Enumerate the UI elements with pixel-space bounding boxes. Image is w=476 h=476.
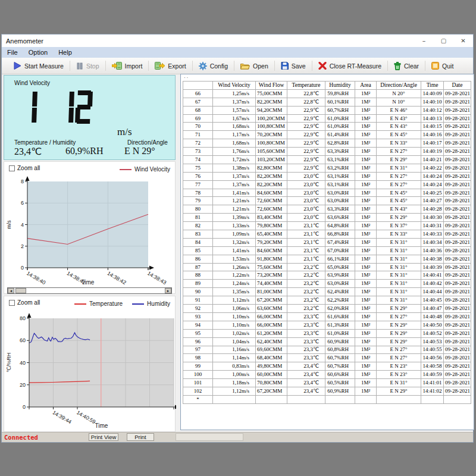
cell[interactable]: 1,32m/s <box>213 238 256 246</box>
cell[interactable]: 68,40CMM <box>256 354 287 362</box>
cell[interactable]: 60,1%RH <box>325 98 355 106</box>
cell[interactable]: 1,72m/s <box>213 156 256 164</box>
cell[interactable] <box>421 395 444 403</box>
cell[interactable]: 23,2℃ <box>287 288 325 296</box>
cell[interactable]: 09-28-2021 <box>444 164 471 172</box>
cell[interactable]: * <box>183 395 213 403</box>
cell[interactable]: 1M² <box>355 148 377 156</box>
cell[interactable]: 1M² <box>355 98 377 106</box>
cell[interactable]: 1,41m/s <box>213 189 256 197</box>
cell[interactable]: E N 29° <box>377 156 421 164</box>
cell[interactable]: 23,3℃ <box>287 312 325 321</box>
cell[interactable]: 1,26m/s <box>213 263 256 271</box>
cell[interactable]: 1,12m/s <box>213 296 256 305</box>
cell[interactable]: 75 <box>183 164 213 172</box>
cell[interactable]: 09-28-2021 <box>444 89 471 98</box>
temp-humidity-chart[interactable]: 02040608014:39:4414:40:59℃/%RHTime <box>4 309 176 431</box>
cell[interactable]: 09-28-2021 <box>444 180 471 189</box>
cell[interactable]: 82,20CMM <box>256 98 287 106</box>
cell[interactable]: 61,0%RH <box>325 329 355 337</box>
cell[interactable]: 63,1%RH <box>325 180 355 189</box>
cell[interactable]: E N 23° <box>377 362 421 371</box>
cell[interactable]: 14:40:44 <box>421 288 444 296</box>
cell[interactable]: 87 <box>183 263 213 271</box>
cell[interactable]: 67,20CMM <box>256 296 287 305</box>
cell[interactable]: 68 <box>183 106 213 114</box>
cell[interactable]: 1,16m/s <box>213 346 256 354</box>
cell[interactable]: 71 <box>183 131 213 139</box>
cell[interactable]: 69,60CMM <box>256 346 287 354</box>
scroll-left-icon[interactable]: ◄ <box>8 288 14 293</box>
cell[interactable]: 22,9℃ <box>287 156 325 164</box>
cell[interactable]: 14:40:13 <box>421 114 444 123</box>
cell[interactable]: 66 <box>183 89 213 98</box>
cell[interactable]: 1M² <box>355 288 377 296</box>
cell[interactable]: 1,06m/s <box>213 305 256 313</box>
cell[interactable] <box>377 395 421 403</box>
cell[interactable]: 83,40CMM <box>256 214 287 222</box>
cell[interactable]: 72,60CMM <box>256 197 287 205</box>
cell[interactable]: 75,00CMM <box>256 89 287 98</box>
cell[interactable]: 09-28-2021 <box>444 263 471 271</box>
cell[interactable]: 1M² <box>355 114 377 123</box>
cell[interactable]: 09-28-2021 <box>444 387 471 395</box>
cell[interactable]: 1,76m/s <box>213 148 256 156</box>
cell[interactable]: E N 46° <box>377 106 421 114</box>
cell[interactable]: 63,2%RH <box>325 164 355 172</box>
menu-item-file[interactable]: File <box>2 47 23 58</box>
cell[interactable]: 1M² <box>355 131 377 139</box>
cell[interactable]: 14:40:17 <box>421 139 444 148</box>
cell[interactable]: 23,1℃ <box>287 246 325 255</box>
cell[interactable]: 1M² <box>355 156 377 164</box>
cell[interactable]: 74 <box>183 156 213 164</box>
cell[interactable]: 14:40:30 <box>421 214 444 222</box>
cell[interactable]: 80 <box>183 205 213 214</box>
cell[interactable] <box>325 395 355 403</box>
cell[interactable]: 1M² <box>355 238 377 246</box>
close-icon[interactable] <box>453 35 473 47</box>
cell[interactable]: 09-28-2021 <box>444 131 471 139</box>
cell[interactable]: 14:40:59 <box>421 371 444 379</box>
cell[interactable]: 09-28-2021 <box>444 280 471 288</box>
cell[interactable]: 61,4%RH <box>325 131 355 139</box>
cell[interactable]: 62,0%RH <box>325 305 355 313</box>
cell[interactable]: 70,80CMM <box>256 379 287 387</box>
cell[interactable]: 1,37m/s <box>213 180 256 189</box>
cell[interactable]: 61,0%RH <box>325 114 355 123</box>
cell[interactable]: 1M² <box>355 271 377 280</box>
cell[interactable]: E N 31° <box>377 255 421 263</box>
cell[interactable]: 84,60CMM <box>256 246 287 255</box>
cell[interactable]: 14:40:33 <box>421 230 444 239</box>
cell[interactable]: 63,0%RH <box>325 280 355 288</box>
cell[interactable]: 23,4℃ <box>287 387 325 395</box>
cell[interactable]: 61,0%RH <box>325 123 355 131</box>
cell[interactable]: 78 <box>183 189 213 197</box>
cell[interactable]: 14:41:01 <box>421 379 444 387</box>
cell[interactable]: 23,2℃ <box>287 263 325 271</box>
cell[interactable]: 14:40:31 <box>421 222 444 230</box>
cell[interactable]: 09-28-2021 <box>444 255 471 263</box>
cell[interactable]: E N 27° <box>377 172 421 180</box>
cell[interactable]: 1M² <box>355 230 377 239</box>
cell[interactable]: 1M² <box>355 312 377 321</box>
cell[interactable]: 09-28-2021 <box>444 346 471 354</box>
cell[interactable]: 22,9℃ <box>287 148 325 156</box>
cell[interactable]: 23,4℃ <box>287 371 325 379</box>
cell[interactable]: 23,0℃ <box>287 197 325 205</box>
toolbar-button-quit[interactable]: Quit <box>427 60 458 73</box>
cell[interactable]: 14:41:02 <box>421 387 444 395</box>
cell[interactable]: E N 29° <box>377 214 421 222</box>
cell[interactable]: 64,8%RH <box>325 222 355 230</box>
cell[interactable]: 82,20CMM <box>256 180 287 189</box>
cell[interactable]: 81,00CMM <box>256 288 287 296</box>
cell[interactable]: 1M² <box>355 139 377 148</box>
cell[interactable]: 84,60CMM <box>256 189 287 197</box>
cell[interactable]: 09-28-2021 <box>444 238 471 246</box>
cell[interactable]: E N 29° <box>377 305 421 313</box>
cell[interactable]: 60,7%RH <box>325 106 355 114</box>
cell[interactable]: 09-28-2021 <box>444 197 471 205</box>
cell[interactable]: 23,3℃ <box>287 329 325 337</box>
cell[interactable]: 98 <box>183 354 213 362</box>
cell[interactable]: E N 27° <box>377 346 421 354</box>
cell[interactable]: E N 31° <box>377 271 421 280</box>
